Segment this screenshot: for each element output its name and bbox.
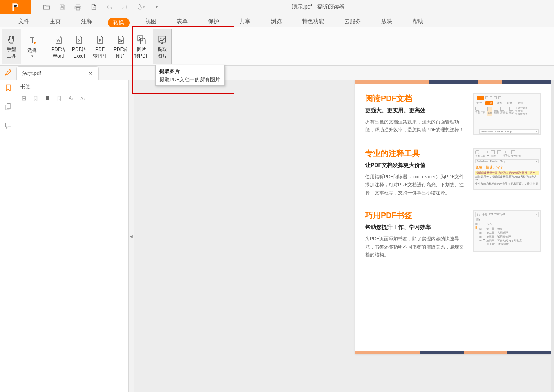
touch-mode-icon[interactable]: ▾ [136, 3, 145, 11]
image-doc-icon [136, 34, 147, 45]
tab-cloud[interactable]: 云服务 [340, 16, 366, 27]
pages-panel-icon[interactable] [4, 102, 13, 111]
bookmarks-title: 书签 [16, 80, 128, 93]
tab-help[interactable]: 帮助 [408, 16, 428, 27]
pdf-to-word-button[interactable]: W PDF转 Word [49, 29, 68, 64]
doc-image-icon [116, 34, 125, 45]
s1-body: 拥有出色的文档渲染效果，强大的页面管理功能，帮助提升效率，是您阅读PDF的理想选… [365, 118, 467, 134]
doc-word-icon: W [54, 34, 63, 45]
undo-icon[interactable] [105, 3, 114, 11]
new-doc-icon[interactable] [89, 3, 98, 11]
bm-text-smaller-icon[interactable]: A↓ [79, 95, 86, 102]
section-3: 巧用PDF书签 帮助您提升工作、学习效率 为PDF页面添加书签，除了实现内容的快… [355, 201, 551, 263]
tab-convert[interactable]: 转换 [108, 18, 130, 27]
redo-icon[interactable] [121, 3, 129, 11]
hand-icon [6, 34, 16, 45]
tab-share[interactable]: 共享 [235, 16, 255, 27]
tab-protect[interactable]: 保护 [203, 16, 224, 27]
pdf-to-image-button[interactable]: PDF转 图片 [111, 29, 130, 64]
quick-access-toolbar: ▾ ▾ [31, 3, 161, 11]
save-icon[interactable] [58, 3, 67, 11]
side-nav [0, 80, 16, 392]
collapse-handle[interactable]: ◀ [129, 80, 134, 392]
extract-image-tooltip: 提取图片 提取PDF文档中的所有图片 [155, 65, 225, 86]
svg-point-5 [139, 37, 140, 38]
pdf-to-excel-button[interactable]: X PDF转 Excel [70, 29, 89, 64]
s2-sub: 让PDF文档发挥更大价值 [365, 162, 467, 169]
app-logo[interactable] [0, 0, 31, 14]
svg-point-7 [160, 38, 161, 39]
page-viewer[interactable]: 阅读PDF文档 更强大、更实用、更高效 拥有出色的文档渲染效果，强大的页面管理功… [134, 80, 554, 392]
s1-sub: 更强大、更实用、更高效 [365, 107, 467, 114]
bookmark-panel-icon[interactable] [4, 83, 13, 93]
image-to-pdf-button[interactable]: 图片 转PDF [132, 29, 151, 64]
tab-view[interactable]: 视图 [141, 16, 161, 27]
svg-text:X: X [78, 38, 80, 42]
title-bar: ▾ ▾ 演示.pdf - 福昕阅读器 [0, 0, 554, 14]
s1-heading: 阅读PDF文档 [365, 93, 467, 104]
tab-browse[interactable]: 浏览 [266, 16, 286, 27]
extract-image-button[interactable]: 提取 图片 [153, 29, 172, 64]
svg-text:W: W [57, 38, 60, 42]
s2-body: 使用福昕PDF阅读器（foxit reader）为PDF文件添加注释，可对PDF… [365, 173, 467, 197]
bm-add2-icon[interactable] [44, 95, 51, 102]
tab-file[interactable]: 文件 [14, 16, 34, 27]
bm-text-larger-icon[interactable]: A↑ [67, 95, 74, 102]
window-title: 演示.pdf - 福昕阅读器 [161, 4, 554, 11]
ribbon-tabs: 文件 主页 注释 转换 视图 表单 保护 共享 浏览 特色功能 云服务 放映 帮… [0, 14, 554, 27]
bookmarks-panel: 书签 ⊟ A↑ A↓ [16, 80, 129, 392]
doc-excel-icon: X [74, 34, 84, 45]
bm-expand-icon[interactable]: ⊟ [20, 95, 27, 102]
tooltip-title: 提取图片 [159, 68, 221, 75]
s3-sub: 帮助您提升工作、学习效率 [365, 224, 467, 231]
document-tab-name: 演示.pdf [22, 70, 41, 77]
comments-panel-icon[interactable] [4, 121, 13, 130]
tab-play[interactable]: 放映 [377, 16, 397, 27]
separator [45, 33, 45, 60]
thumb-1: 文件主页注释转换视图 手型 工具 选择 截图 剪贴 板 缩放 ▢ 适合页面 ▢ … [473, 93, 541, 135]
pdf-to-ppt-button[interactable]: P PDF 转PPT [91, 29, 109, 64]
close-tab-button[interactable]: ✕ [88, 70, 93, 76]
svg-point-3 [119, 39, 121, 40]
document-tab[interactable]: 演示.pdf ✕ [16, 66, 99, 80]
foxit-logo-icon [10, 2, 20, 12]
text-select-icon [27, 34, 37, 46]
bm-del-icon[interactable] [56, 95, 63, 102]
tab-annotate[interactable]: 注释 [76, 16, 97, 27]
thumb-3: 员工手册_20120917.pdf× 书签 ⊟▢▢AA ▮ ⊞第一章 简介 ⊞第… [473, 210, 541, 252]
ribbon: 手型 工具 选择 ▾ W PDF转 Word X PDF转 Excel P PD… [0, 27, 554, 66]
edit-pencil-icon[interactable] [0, 65, 16, 80]
thumb-2: 手型 工具 T|▾ 缩放 ▾ T|打字机 文件 转换 Datasheet_Rea… [473, 148, 541, 190]
tab-features[interactable]: 特色功能 [297, 16, 329, 27]
print-icon[interactable] [74, 3, 82, 11]
s3-heading: 巧用PDF书签 [365, 210, 467, 221]
bookmark-tools: ⊟ A↑ A↓ [16, 93, 128, 103]
document-tab-bar: 演示.pdf ✕ [0, 66, 554, 80]
qat-more-icon[interactable]: ▾ [152, 3, 161, 11]
section-1: 阅读PDF文档 更强大、更实用、更高效 拥有出色的文档渲染效果，强大的页面管理功… [355, 84, 551, 139]
vertical-scrollbar[interactable] [551, 80, 554, 392]
open-icon[interactable] [42, 3, 51, 11]
tab-home[interactable]: 主页 [45, 16, 65, 27]
pdf-page: 阅读PDF文档 更强大、更实用、更高效 拥有出色的文档渲染效果，强大的页面管理功… [355, 80, 551, 354]
hand-tool-button[interactable]: 手型 工具 [2, 29, 21, 64]
section-2: 专业的注释工具 让PDF文档发挥更大价值 使用福昕PDF阅读器（foxit re… [355, 139, 551, 201]
s3-body: 为PDF页面添加书签，除了实现内容的快速导航，书签还能指明不同书签的层级关系，展… [365, 235, 467, 259]
tooltip-desc: 提取PDF文档中的所有图片 [159, 76, 221, 83]
doc-ppt-icon: P [95, 34, 105, 45]
svg-text:P: P [99, 38, 101, 42]
tab-form[interactable]: 表单 [172, 16, 192, 27]
s2-heading: 专业的注释工具 [365, 148, 467, 159]
select-tool-button[interactable]: 选择 ▾ [23, 29, 42, 64]
bm-add-icon[interactable] [32, 95, 39, 102]
extract-image-icon [157, 34, 167, 45]
